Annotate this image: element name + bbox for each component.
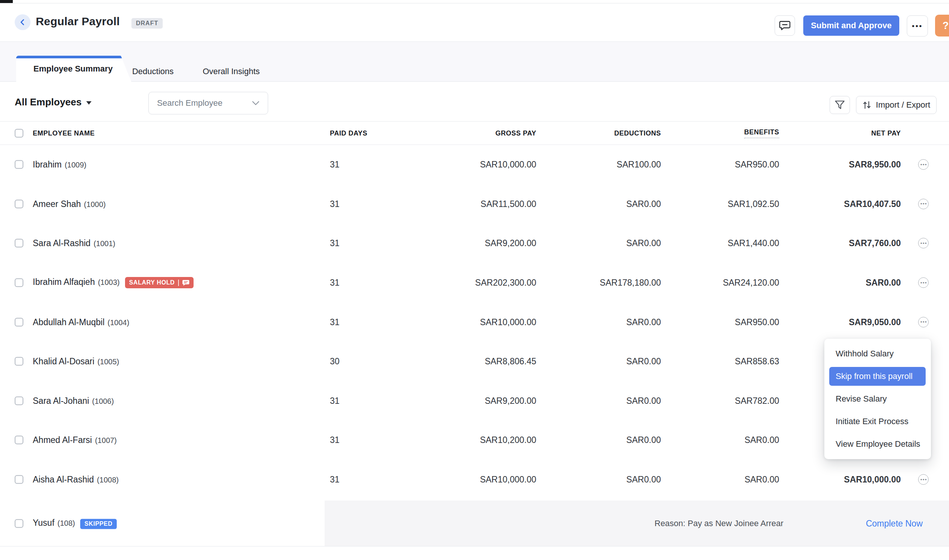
row-checkbox[interactable] — [15, 436, 23, 445]
gross-pay-cell: SAR10,000.00 — [480, 317, 536, 327]
chevron-left-icon — [19, 18, 26, 26]
net-pay-cell: SAR10,407.50 — [844, 199, 901, 209]
ellipsis-circle-icon: ••• — [918, 317, 929, 328]
col-deductions: DEDUCTIONS — [614, 129, 661, 137]
row-actions-button[interactable]: ••• — [918, 199, 929, 209]
row-checkbox[interactable] — [15, 396, 23, 405]
table-row: Ahmed Al-Farsi(1007) 31 SAR10,200.00 SAR… — [0, 420, 949, 460]
row-checkbox[interactable] — [15, 239, 23, 248]
employee-name: Yusuf — [33, 517, 55, 527]
employee-id: (1001) — [93, 239, 115, 248]
col-gross-pay: GROSS PAY — [495, 129, 536, 137]
table-row: Aisha Al-Rashid(1008) 31 SAR10,000.00 SA… — [0, 460, 949, 499]
gross-pay-cell: SAR11,500.00 — [481, 199, 536, 209]
paid-days-cell: 31 — [330, 317, 340, 327]
row-actions-button[interactable]: ••• — [918, 159, 929, 170]
row-actions-button[interactable]: ••• — [918, 238, 929, 248]
employee-name-cell: Ibrahim Alfaqieh(1003)SALARY HOLD — [33, 277, 194, 288]
row-checkbox[interactable] — [15, 200, 23, 208]
gross-pay-cell: SAR202,300.00 — [475, 278, 536, 288]
scope-label: All Employees — [15, 96, 82, 108]
benefits-cell: SAR1,440.00 — [727, 238, 779, 248]
benefits-cell: SAR950.00 — [735, 160, 779, 170]
employee-name-cell: Sara Al-Johani(1006) — [33, 395, 114, 406]
paid-days-cell: 31 — [330, 278, 340, 288]
employee-id: (1007) — [95, 436, 117, 445]
row-actions-button[interactable]: ••• — [918, 474, 929, 485]
menu-item-skip-from-this-payroll[interactable]: Skip from this payroll — [829, 367, 926, 386]
more-actions-button[interactable]: ••• — [907, 15, 928, 37]
help-button[interactable]: ? — [935, 15, 949, 37]
employee-name: Ibrahim — [33, 160, 62, 169]
caret-down-icon — [86, 101, 91, 105]
filter-button[interactable] — [830, 96, 850, 114]
menu-item-withhold-salary[interactable]: Withhold Salary — [824, 343, 931, 365]
benefits-cell: SAR24,120.00 — [723, 278, 779, 288]
select-all-checkbox[interactable] — [15, 129, 23, 137]
col-benefits: BENEFITS — [744, 128, 779, 138]
col-net-pay: NET PAY — [871, 129, 901, 137]
gross-pay-cell: SAR10,200.00 — [480, 435, 536, 445]
employee-name-cell: Yusuf(108)SKIPPED — [33, 517, 117, 529]
tab-overall-insights[interactable]: Overall Insights — [203, 67, 260, 76]
table-row: Sara Al-Johani(1006) 31 SAR9,200.00 SAR0… — [0, 381, 949, 421]
complete-now-link[interactable]: Complete Now — [866, 518, 923, 528]
net-pay-cell: SAR10,000.00 — [844, 475, 901, 485]
page-title: Regular Payroll — [36, 15, 120, 28]
arrows-up-down-icon — [863, 100, 871, 110]
benefits-cell: SAR1,092.50 — [727, 199, 779, 209]
row-actions-button[interactable]: ••• — [918, 277, 929, 288]
col-employee-name: EMPLOYEE NAME — [33, 129, 95, 137]
net-pay-cell: SAR8,950.00 — [849, 160, 901, 170]
paid-days-cell: 31 — [330, 475, 340, 485]
employee-name: Ahmed Al-Farsi — [33, 435, 92, 445]
row-checkbox[interactable] — [15, 318, 23, 326]
row-checkbox[interactable] — [15, 160, 23, 169]
row-actions-button[interactable]: ••• — [918, 317, 929, 328]
paid-days-cell: 31 — [330, 435, 340, 445]
paid-days-cell: 30 — [330, 356, 340, 366]
ellipsis-circle-icon: ••• — [918, 159, 929, 170]
page-header: Regular Payroll DRAFT Submit and Approve… — [0, 3, 949, 42]
tab-deductions[interactable]: Deductions — [132, 67, 174, 76]
table-row: Abdullah Al-Muqbil(1004) 31 SAR10,000.00… — [0, 302, 949, 342]
deductions-cell: SAR0.00 — [626, 317, 661, 327]
benefits-cell: SAR950.00 — [735, 317, 779, 327]
table-header: EMPLOYEE NAME PAID DAYS GROSS PAY DEDUCT… — [0, 121, 949, 145]
employee-name: Sara Al-Johani — [33, 395, 89, 405]
payroll-screen: Regular Payroll DRAFT Submit and Approve… — [0, 0, 949, 560]
speech-bubble-icon — [779, 20, 790, 31]
employee-name-cell: Ibrahim(1009) — [33, 160, 86, 170]
deductions-cell: SAR100.00 — [616, 160, 661, 170]
row-checkbox[interactable] — [15, 475, 23, 484]
employee-scope-dropdown[interactable]: All Employees — [15, 96, 91, 108]
search-employee-select[interactable]: Search Employee — [148, 92, 268, 114]
row-checkbox[interactable] — [15, 278, 23, 287]
tab-employee-summary[interactable]: Employee Summary — [16, 56, 131, 82]
menu-item-view-employee-details[interactable]: View Employee Details — [824, 433, 931, 455]
ellipsis-circle-icon: ••• — [918, 277, 929, 288]
benefits-cell: SAR0.00 — [744, 435, 779, 445]
benefits-cell: SAR782.00 — [735, 395, 779, 406]
submit-and-approve-button[interactable]: Submit and Approve — [803, 15, 899, 36]
employee-id: (1000) — [84, 200, 106, 208]
employee-name-cell: Ameer Shah(1000) — [33, 199, 106, 209]
gross-pay-cell: SAR9,200.00 — [485, 238, 536, 248]
menu-item-initiate-exit-process[interactable]: Initiate Exit Process — [824, 410, 931, 433]
ellipsis-circle-icon: ••• — [918, 199, 929, 209]
back-button[interactable] — [15, 14, 31, 30]
row-checkbox[interactable] — [15, 519, 23, 528]
comments-button[interactable] — [775, 15, 795, 36]
tab-label: Employee Summary — [25, 56, 121, 82]
employee-id: (1005) — [97, 357, 119, 366]
import-export-label: Import / Export — [876, 100, 930, 110]
skipped-reason-band: Reason: Pay as New Joinee Arrear Complet… — [325, 500, 949, 546]
menu-item-revise-salary[interactable]: Revise Salary — [824, 388, 931, 410]
table-row: Sara Al-Rashid(1001) 31 SAR9,200.00 SAR0… — [0, 223, 949, 263]
employee-name-cell: Ahmed Al-Farsi(1007) — [33, 435, 117, 445]
employee-name: Sara Al-Rashid — [33, 238, 90, 248]
row-checkbox[interactable] — [15, 357, 23, 366]
deductions-cell: SAR0.00 — [626, 395, 661, 406]
import-export-button[interactable]: Import / Export — [856, 96, 937, 114]
row-context-menu: Withhold SalarySkip from this payrollRev… — [824, 339, 931, 459]
